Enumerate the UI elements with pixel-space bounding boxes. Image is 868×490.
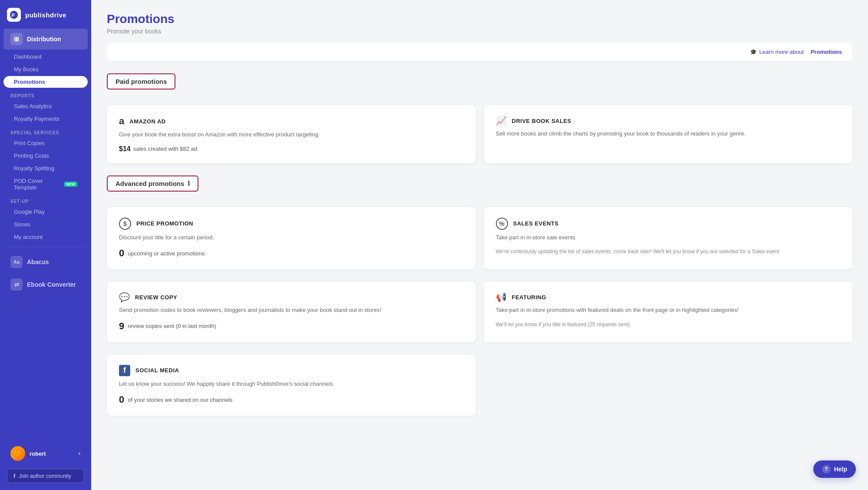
main-content: Promotions Promote your books 🎓 Learn mo…: [91, 0, 868, 490]
review-copy-desc: Send promotion codes to book reviewers, …: [119, 306, 464, 315]
chart-icon: 📈: [496, 116, 507, 126]
advanced-promotions-grid-top: $ PRICE PROMOTION Discount your title fo…: [107, 207, 852, 270]
price-stat-suffix: upcoming or active promotions: [128, 250, 205, 257]
paid-promotions-header: Paid promotions: [107, 73, 175, 89]
social-media-stat: 0 of your stories we shared on our chann…: [119, 394, 464, 405]
distribution-label: Distribution: [27, 36, 61, 43]
review-stat-suffix: review copies sent (0 in last month): [128, 323, 216, 329]
advanced-promotions-header: Advanced promotions ℹ: [107, 175, 198, 192]
help-icon: ?: [822, 465, 831, 473]
svg-text:P: P: [12, 13, 15, 18]
sales-events-card[interactable]: % SALES EVENTS Take part in in-store sal…: [484, 207, 853, 270]
sidebar-item-stores[interactable]: Stores: [3, 219, 88, 230]
sales-events-title: SALES EVENTS: [513, 220, 559, 227]
social-media-card[interactable]: f SOCIAL MEDIA Let us know your success!…: [107, 354, 476, 416]
sidebar-item-my-account[interactable]: My account: [3, 231, 88, 243]
social-stat-num: 0: [119, 394, 124, 405]
price-stat-num: 0: [119, 248, 124, 259]
page-title: Promotions: [107, 12, 852, 26]
reports-label: REPORTS: [0, 88, 91, 100]
card-header: $ PRICE PROMOTION: [119, 218, 464, 230]
user-name: robert: [30, 450, 46, 457]
card-header: % SALES EVENTS: [496, 218, 841, 230]
setup-label: SET-UP: [0, 194, 91, 205]
amazon-stat-suffix: sales created with $82 ad: [133, 146, 197, 152]
sidebar-item-promotions[interactable]: Promotions: [3, 76, 88, 88]
sidebar-item-printing-costs[interactable]: Printing Costs: [3, 150, 88, 162]
avatar: 🧡: [10, 446, 25, 461]
dollar-icon: $: [119, 218, 131, 230]
sidebar-item-pod-cover[interactable]: POD Cover Template NEW: [3, 175, 88, 193]
help-button[interactable]: ? Help: [813, 460, 856, 478]
logo-icon: P: [7, 8, 21, 22]
sidebar-item-royalty-payments[interactable]: Royalty Payments: [3, 113, 88, 125]
featuring-card[interactable]: 📢 FEATURING Take part in in-store promot…: [484, 281, 853, 342]
social-grid: f SOCIAL MEDIA Let us know your success!…: [107, 354, 852, 416]
sidebar-item-royalty-splitting[interactable]: Royalty Splitting: [3, 162, 88, 174]
amazon-ad-desc: Give your book the extra boost on Amazon…: [119, 130, 464, 139]
price-promo-title: PRICE PROMOTION: [136, 220, 193, 227]
sidebar-item-google-play[interactable]: Google Play: [3, 206, 88, 218]
review-copy-stat: 9 review copies sent (0 in last month): [119, 321, 464, 332]
sidebar-item-dashboard[interactable]: Dashboard: [3, 51, 88, 63]
card-header: a AMAZON AD: [119, 116, 464, 127]
amazon-ad-title: AMAZON AD: [129, 118, 165, 125]
social-media-title: SOCIAL MEDIA: [135, 367, 179, 374]
sidebar: P publishdrive ⊞ Distribution Dashboard …: [0, 0, 91, 490]
join-author-community-button[interactable]: f Join author community: [7, 469, 84, 483]
featuring-title: FEATURING: [512, 294, 546, 301]
sales-events-desc: Take part in in-store sale events: [496, 233, 841, 242]
ebook-icon: ⇄: [10, 278, 23, 291]
user-row[interactable]: 🧡 robert ▾: [7, 443, 84, 464]
sidebar-item-ebook-converter[interactable]: ⇄ Ebook Converter: [3, 274, 88, 295]
special-label: SPECIAL SERVICES: [0, 125, 91, 137]
review-stat-num: 9: [119, 321, 124, 332]
divider-1: [7, 247, 84, 247]
facebook-icon: f: [13, 473, 15, 479]
page-subtitle: Promote your books: [107, 28, 852, 35]
distribution-icon: ⊞: [10, 33, 23, 45]
price-promotion-card[interactable]: $ PRICE PROMOTION Discount your title fo…: [107, 207, 476, 270]
paid-promotions-grid: a AMAZON AD Give your book the extra boo…: [107, 105, 852, 163]
abacus-icon: Aa: [10, 256, 23, 268]
learn-more-link[interactable]: 🎓 Learn more about Promotions: [750, 49, 842, 55]
amazon-icon: a: [119, 116, 124, 127]
sidebar-item-abacus[interactable]: Aa Abacus: [3, 252, 88, 272]
amazon-ad-stat: $14 sales created with $82 ad: [119, 145, 464, 153]
megaphone-icon: 📢: [496, 292, 507, 302]
join-btn-label: Join author community: [19, 473, 71, 479]
abacus-label: Abacus: [27, 258, 49, 265]
drive-sales-desc: Sell more books and climb the charts by …: [496, 129, 841, 138]
drive-book-sales-card[interactable]: 📈 DRIVE BOOK SALES Sell more books and c…: [484, 105, 853, 163]
card-header: 💬 REVIEW COPY: [119, 292, 464, 302]
sidebar-item-sales-analytics[interactable]: Sales Analytics: [3, 100, 88, 112]
sidebar-item-mybooks[interactable]: My Books: [3, 63, 88, 75]
comment-icon: 💬: [119, 292, 130, 302]
review-copy-card[interactable]: 💬 REVIEW COPY Send promotion codes to bo…: [107, 281, 476, 342]
help-label: Help: [834, 466, 847, 473]
social-media-desc: Let us know your success! We happily sha…: [119, 380, 464, 388]
sidebar-item-distribution[interactable]: ⊞ Distribution: [3, 29, 88, 50]
featuring-desc: Take part in in-store promotions with fe…: [496, 306, 841, 315]
graduation-icon: 🎓: [750, 49, 757, 55]
info-icon: ℹ: [188, 180, 190, 187]
info-bar-text: Learn more about: [759, 49, 804, 55]
price-promo-stat: 0 upcoming or active promotions: [119, 248, 464, 259]
advanced-promotions-grid-mid: 💬 REVIEW COPY Send promotion codes to bo…: [107, 281, 852, 342]
card-header: f SOCIAL MEDIA: [119, 365, 464, 376]
chevron-down-icon: ▾: [78, 451, 81, 457]
card-header: 📢 FEATURING: [496, 292, 841, 302]
info-bar-link-label[interactable]: Promotions: [811, 49, 842, 55]
new-badge: NEW: [64, 182, 77, 187]
drive-sales-title: DRIVE BOOK SALES: [512, 118, 571, 124]
sidebar-item-print-copies[interactable]: Print Copies: [3, 137, 88, 149]
facebook-social-icon: f: [119, 365, 130, 376]
price-promo-desc: Discount your title for a certain period…: [119, 233, 464, 242]
logo-text: publishdrive: [25, 11, 66, 19]
info-bar: 🎓 Learn more about Promotions: [107, 43, 852, 61]
percent-icon: %: [496, 218, 508, 230]
sales-events-extra: We're continously updating the list of s…: [496, 248, 841, 255]
social-stat-suffix: of your stories we shared on our channel…: [128, 397, 232, 403]
amazon-ad-card[interactable]: a AMAZON AD Give your book the extra boo…: [107, 105, 476, 163]
card-header: 📈 DRIVE BOOK SALES: [496, 116, 841, 126]
